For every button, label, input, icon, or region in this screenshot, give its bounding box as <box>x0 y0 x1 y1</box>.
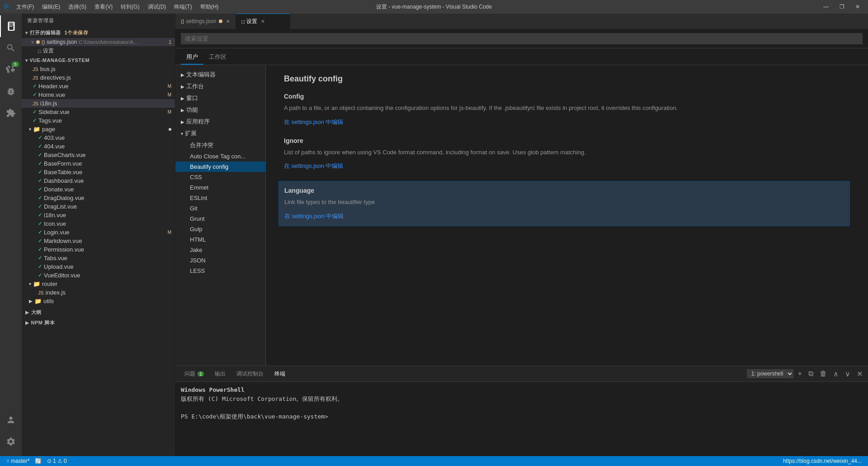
activity-settings[interactable] <box>0 431 22 452</box>
tab-settings[interactable]: □ 设置 ✕ <box>236 14 290 29</box>
terminal-collapse-button[interactable]: ∧ <box>831 369 840 379</box>
close-button[interactable]: ✕ <box>852 3 863 11</box>
file-header-vue[interactable]: ✓ Header.vue M <box>22 82 175 90</box>
tab-close-settings[interactable]: ✕ <box>261 19 265 24</box>
nav-css[interactable]: CSS <box>175 172 265 182</box>
file-icon-vue[interactable]: ✓ Icon.vue <box>22 219 175 228</box>
nav-merge-conflict[interactable]: 合并冲突 <box>175 139 265 151</box>
file-draglist-vue[interactable]: ✓ DragList.vue <box>22 202 175 211</box>
nav-grunt[interactable]: Grunt <box>175 214 265 224</box>
terminal-tab-problems[interactable]: 问题 1 <box>179 368 209 380</box>
menu-file[interactable]: 文件(F) <box>13 2 38 12</box>
file-vueeditor-vue[interactable]: ✓ VueEditor.vue <box>22 271 175 280</box>
tab-close-icon[interactable]: ✕ <box>226 19 230 24</box>
file-index-js[interactable]: JS index.js <box>22 288 175 297</box>
nav-eslint[interactable]: ESLint <box>175 193 265 203</box>
nav-workbench[interactable]: ▶ 工作台 <box>175 81 265 92</box>
activity-debug[interactable] <box>0 81 22 102</box>
file-basetable-vue[interactable]: ✓ BaseTable.vue <box>22 168 175 176</box>
maximize-button[interactable]: ❐ <box>836 3 848 11</box>
menu-debug[interactable]: 调试(D) <box>144 2 170 12</box>
nav-emmet[interactable]: Emmet <box>175 182 265 193</box>
nav-window[interactable]: ▶ 窗口 <box>175 92 265 104</box>
nav-jake[interactable]: Jake <box>175 245 265 255</box>
file-dashboard-vue[interactable]: ✓ Dashboard.vue <box>22 176 175 185</box>
nav-auto-close-tag[interactable]: Auto Close Tag con... <box>175 151 265 162</box>
terminal-tab-terminal[interactable]: 终端 <box>269 368 291 380</box>
menu-view[interactable]: 查看(V) <box>91 2 116 12</box>
folder-page[interactable]: ▾ 📁 page <box>22 125 175 133</box>
file-permission-vue[interactable]: ✓ Permission.vue <box>22 245 175 254</box>
terminal-tab-debug-console[interactable]: 调试控制台 <box>231 368 269 380</box>
terminal-trash-button[interactable]: 🗑 <box>818 369 829 379</box>
activity-explorer[interactable] <box>0 15 22 37</box>
file-directives-js[interactable]: JS directives.js <box>22 73 175 82</box>
activity-search[interactable] <box>0 37 22 59</box>
tab-settings-json[interactable]: {} settings.json ✕ <box>175 14 236 29</box>
menu-terminal[interactable]: 终端(T) <box>170 2 195 12</box>
file-dragdialog-vue[interactable]: ✓ DragDialog.vue <box>22 194 175 202</box>
settings-link-language[interactable]: 在 settings.json 中编辑 <box>284 212 344 220</box>
folder-icon: 📁 <box>34 298 42 304</box>
outline-header[interactable]: ▶ 大纲 <box>22 307 175 318</box>
terminal-close-button[interactable]: ✕ <box>855 369 864 379</box>
status-sync[interactable]: 🔄 <box>32 458 44 464</box>
status-csdn-link[interactable]: https://blog.csdn.net/weixin_44... <box>780 458 864 464</box>
nav-beautify-config[interactable]: Beautify config <box>175 162 265 172</box>
settings-tab-user[interactable]: 用户 <box>181 50 203 65</box>
settings-search-input[interactable] <box>181 33 863 44</box>
npm-scripts-header[interactable]: ▶ NPM 脚本 <box>22 318 175 328</box>
file-baseform-vue[interactable]: ✓ BaseForm.vue <box>22 159 175 168</box>
activity-accounts[interactable] <box>0 409 22 431</box>
file-404-vue[interactable]: ✓ 404.vue <box>22 142 175 151</box>
terminal-tab-output[interactable]: 输出 <box>209 368 231 380</box>
nav-extensions[interactable]: ▾ 扩展 <box>175 128 265 139</box>
settings-link-config[interactable]: 在 settings.json 中编辑 <box>284 118 344 126</box>
menu-bar: 文件(F) 编辑(E) 选择(S) 查看(V) 转到(G) 调试(D) 终端(T… <box>13 2 222 12</box>
status-errors[interactable]: ⊙ 1 ⚠ 0 <box>44 458 69 464</box>
terminal-add-button[interactable]: + <box>796 369 804 379</box>
status-git-branch[interactable]: ⑂ master* <box>4 458 32 464</box>
menu-goto[interactable]: 转到(G) <box>117 2 143 12</box>
nav-html[interactable]: HTML <box>175 234 265 245</box>
open-editor-settings[interactable]: □ 设置 <box>22 46 175 56</box>
settings-tab-workspace[interactable]: 工作区 <box>203 50 232 65</box>
nav-git[interactable]: Git <box>175 203 265 214</box>
nav-gulp[interactable]: Gulp <box>175 224 265 234</box>
project-header[interactable]: ▾ VUE-MANAGE-SYSTEM <box>22 56 175 65</box>
file-markdown-vue[interactable]: ✓ Markdown.vue <box>22 237 175 245</box>
file-login-vue[interactable]: ✓ Login.vue M <box>22 228 175 237</box>
file-tags-vue[interactable]: ✓ Tags.vue <box>22 116 175 125</box>
menu-select[interactable]: 选择(S) <box>65 2 90 12</box>
file-upload-vue[interactable]: ✓ Upload.vue <box>22 262 175 271</box>
activity-source-control[interactable]: 5 <box>0 59 22 81</box>
settings-link-ignore[interactable]: 在 settings.json 中编辑 <box>284 162 344 170</box>
file-sidebar-vue[interactable]: ✓ Sidebar.vue M <box>22 108 175 116</box>
terminal-expand-button[interactable]: ∨ <box>843 369 852 379</box>
file-i18n-js[interactable]: JS i18n.js <box>22 99 175 108</box>
nav-application[interactable]: ▶ 应用程序 <box>175 116 265 128</box>
sidebar-content[interactable]: ▾ 打开的编辑器 1个未保存 ✕ {} settings.json C:\Use… <box>22 28 175 456</box>
file-bus-js[interactable]: JS bus.js <box>22 65 175 73</box>
folder-router[interactable]: ▾ 📁 router <box>22 280 175 288</box>
terminal-split-button[interactable]: ⧉ <box>807 369 815 379</box>
nav-less[interactable]: LESS <box>175 266 265 276</box>
file-tabs-vue[interactable]: ✓ Tabs.vue <box>22 254 175 262</box>
folder-utils[interactable]: ▶ 📁 utils <box>22 297 175 305</box>
close-editor-icon[interactable]: ✕ <box>31 40 34 45</box>
nav-text-editor[interactable]: ▶ 文本编辑器 <box>175 69 265 81</box>
nav-features[interactable]: ▶ 功能 <box>175 104 265 116</box>
nav-json[interactable]: JSON <box>175 255 265 266</box>
minimize-button[interactable]: — <box>820 3 832 11</box>
file-basecharts-vue[interactable]: ✓ BaseCharts.vue <box>22 151 175 159</box>
file-i18n-vue[interactable]: ✓ i18n.vue <box>22 211 175 219</box>
terminal-shell-selector[interactable]: 1: powershell <box>747 369 793 378</box>
activity-extensions[interactable] <box>0 102 22 124</box>
open-editor-settings-json[interactable]: ✕ {} settings.json C:\Users\Administrato… <box>22 38 175 46</box>
menu-edit[interactable]: 编辑(E) <box>38 2 64 12</box>
open-editors-header[interactable]: ▾ 打开的编辑器 1个未保存 <box>22 28 175 38</box>
file-donate-vue[interactable]: ✓ Donate.vue <box>22 185 175 194</box>
menu-help[interactable]: 帮助(H) <box>197 2 222 12</box>
file-home-vue[interactable]: ✓ Home.vue M <box>22 90 175 99</box>
file-403-vue[interactable]: ✓ 403.vue <box>22 133 175 142</box>
